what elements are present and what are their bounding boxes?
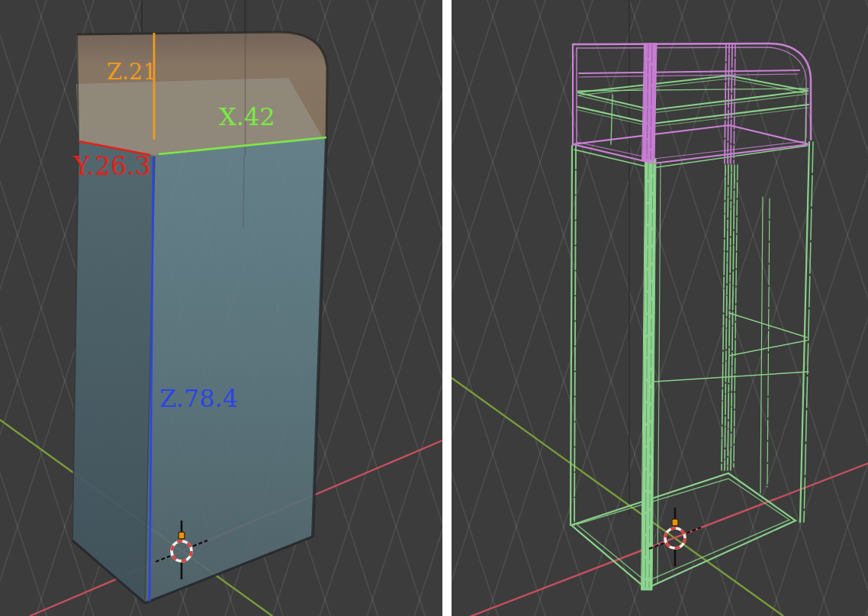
split-3d-viewport: Z.21 X.42 Y.26.3 Z.78.4 [0, 0, 868, 616]
left-viewport[interactable] [0, 0, 442, 616]
viewport-divider[interactable] [442, 0, 452, 616]
right-viewport[interactable] [452, 0, 868, 616]
